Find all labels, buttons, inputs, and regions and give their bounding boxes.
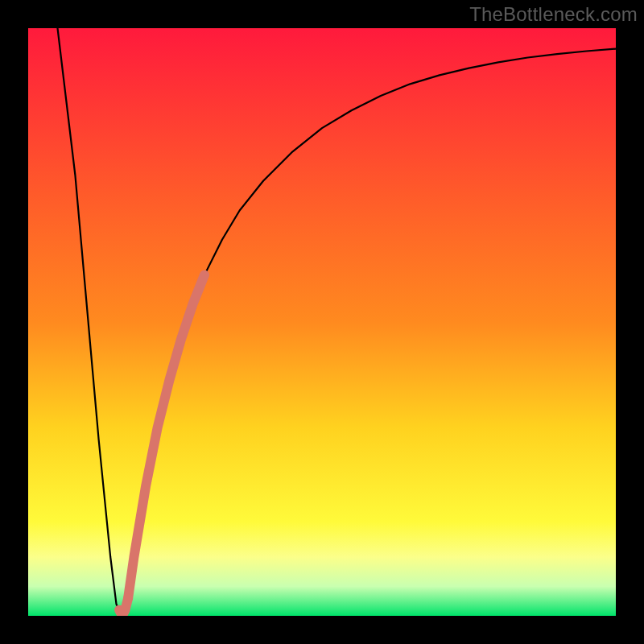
attribution-text: TheBottleneck.com: [469, 3, 638, 26]
chart-svg: [28, 28, 616, 616]
plot-area: [28, 28, 616, 616]
gradient-background: [28, 28, 616, 616]
chart-frame: TheBottleneck.com: [0, 0, 644, 644]
